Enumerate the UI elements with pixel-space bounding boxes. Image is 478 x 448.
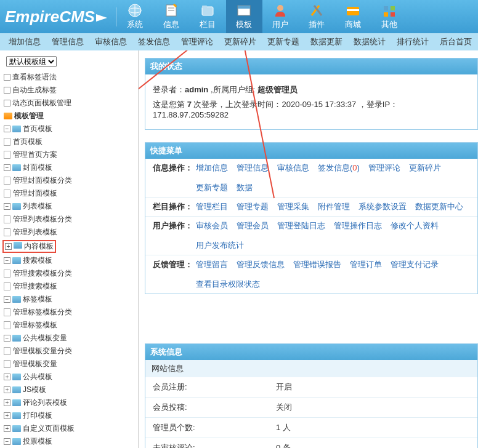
- quick-link[interactable]: 管理专题: [237, 201, 269, 212]
- subnav-link[interactable]: 增加信息: [9, 36, 41, 47]
- tree-item[interactable]: 管理封面模板: [13, 188, 57, 199]
- quick-link[interactable]: 更新专题: [196, 182, 228, 193]
- quick-link[interactable]: 查看目录权限状态: [196, 279, 260, 290]
- tree-item[interactable]: 管理封面模板分类: [13, 175, 72, 186]
- tree-item[interactable]: 管理列表模板分类: [13, 214, 72, 225]
- tree-item[interactable]: 动态页面模板管理: [12, 98, 71, 108]
- topnav-folder[interactable]: 栏目: [190, 0, 226, 33]
- quick-link[interactable]: 签发信息(0): [318, 162, 360, 174]
- tree-folder[interactable]: 投票模板: [23, 436, 52, 447]
- tree-root[interactable]: 模板管理: [14, 111, 44, 121]
- quick-link[interactable]: 用户发布统计: [196, 240, 244, 251]
- quick-link[interactable]: 管理栏目: [196, 201, 228, 212]
- tree-item[interactable]: 管理搜索模板分类: [13, 268, 72, 279]
- subnav-link[interactable]: 签发信息: [138, 36, 170, 47]
- topnav-apps[interactable]: 其他: [371, 0, 408, 33]
- quick-label: 信息操作：: [153, 162, 196, 174]
- sysinfo-row: 管理员个数:1 人: [145, 418, 477, 438]
- checkbox-icon[interactable]: [4, 87, 10, 94]
- quick-link[interactable]: 管理留言: [196, 259, 228, 270]
- topnav-doc[interactable]: 信息: [153, 0, 190, 33]
- quick-link[interactable]: 管理支付记录: [391, 259, 439, 270]
- subnav-link[interactable]: 更新碎片: [224, 36, 256, 47]
- quick-link[interactable]: 管理操作日志: [334, 220, 382, 231]
- quick-link[interactable]: 更新碎片: [409, 162, 441, 174]
- expand-icon[interactable]: −: [4, 438, 10, 445]
- expand-icon[interactable]: −: [4, 126, 10, 132]
- topnav-globe[interactable]: 系统: [117, 0, 153, 33]
- topnav-card[interactable]: 商城: [335, 0, 371, 33]
- sysinfo-val: 1 人: [276, 422, 291, 433]
- tree-folder[interactable]: 封面模板: [23, 162, 52, 173]
- subnav-link[interactable]: 排行统计: [397, 36, 429, 47]
- topnav-tools[interactable]: 插件: [299, 0, 335, 33]
- quick-link[interactable]: 系统参数设置: [358, 201, 407, 212]
- quick-link[interactable]: 数据: [237, 182, 253, 193]
- tree-item[interactable]: 管理标签模板分类: [13, 307, 72, 318]
- subnav-link[interactable]: 数据更新: [310, 36, 342, 47]
- quick-link[interactable]: 管理错误报告: [293, 259, 341, 270]
- quick-link[interactable]: 附件管理: [318, 201, 350, 212]
- quick-link[interactable]: 管理会员: [237, 220, 269, 231]
- quick-link[interactable]: 管理采集: [277, 201, 309, 212]
- quick-link[interactable]: 修改个人资料: [391, 220, 439, 231]
- quick-link[interactable]: 增加信息: [196, 162, 228, 174]
- quick-link[interactable]: 审核会员: [196, 220, 228, 231]
- quick-link[interactable]: 数据更新中心: [415, 201, 463, 212]
- checkbox-icon[interactable]: [4, 74, 10, 81]
- file-icon: [4, 177, 10, 185]
- folder-icon: [12, 164, 21, 171]
- expand-icon[interactable]: −: [4, 164, 10, 171]
- tree-item[interactable]: 管理搜索模板: [13, 281, 57, 292]
- tree-folder[interactable]: 搜索模板: [23, 255, 52, 266]
- tree-folder[interactable]: 自定义页面模板: [23, 423, 75, 434]
- subnav-link[interactable]: 管理评论: [181, 36, 213, 47]
- expand-icon[interactable]: +: [4, 412, 10, 419]
- expand-icon[interactable]: +: [4, 399, 10, 406]
- tree-item[interactable]: 首页模板: [13, 137, 43, 147]
- tree-folder[interactable]: JS模板: [23, 385, 46, 395]
- template-group-select[interactable]: 默认模板组: [6, 56, 57, 67]
- tree-folder[interactable]: 评论列表模板: [23, 398, 67, 408]
- tree-item[interactable]: 管理模板变量: [13, 359, 57, 369]
- subnav-link[interactable]: 管理信息: [52, 36, 84, 47]
- expand-icon[interactable]: −: [4, 203, 10, 210]
- subnav-link[interactable]: 数据统计: [354, 36, 386, 47]
- tree-item[interactable]: 管理列表模板: [13, 227, 57, 238]
- tree-item[interactable]: 管理首页方案: [13, 150, 57, 160]
- tree-item[interactable]: 管理标签模板: [13, 320, 57, 330]
- quick-link[interactable]: 管理信息: [237, 162, 269, 174]
- quick-link[interactable]: 管理订单: [350, 259, 382, 270]
- topnav-window[interactable]: 模板: [226, 0, 262, 33]
- expand-icon[interactable]: +: [4, 374, 10, 380]
- tree-folder[interactable]: 标签模板: [23, 294, 52, 305]
- folder-icon: [199, 3, 216, 18]
- subnav-link[interactable]: 更新专题: [267, 36, 299, 47]
- tree-folder[interactable]: 首页模板: [23, 124, 52, 134]
- quick-link[interactable]: 管理反馈信息: [237, 259, 285, 270]
- expand-icon[interactable]: −: [4, 296, 10, 303]
- tree-item[interactable]: 管理模板变量分类: [13, 346, 72, 356]
- tree-folder[interactable]: 列表模板: [23, 201, 52, 212]
- expand-icon[interactable]: +: [5, 243, 12, 250]
- quick-link[interactable]: 管理登陆日志: [277, 220, 325, 231]
- sysinfo-subtitle: 网站信息: [145, 360, 477, 377]
- checkbox-icon[interactable]: [4, 100, 10, 106]
- subnav-link[interactable]: 审核信息: [95, 36, 127, 47]
- expand-icon[interactable]: −: [4, 335, 10, 342]
- tree-folder[interactable]: 公共模板: [23, 372, 52, 382]
- folder-icon: [12, 335, 21, 342]
- tree-item[interactable]: 查看标签语法: [12, 72, 57, 82]
- tree-folder[interactable]: 公共模板变量: [23, 333, 67, 343]
- tree-folder[interactable]: 内容模板: [24, 242, 54, 250]
- expand-icon[interactable]: −: [4, 257, 10, 264]
- top-nav: 系统信息栏目模板用户插件商城其他: [117, 0, 408, 33]
- quick-link[interactable]: 审核信息: [277, 162, 309, 174]
- subnav-link[interactable]: 后台首页: [440, 36, 472, 47]
- expand-icon[interactable]: +: [4, 386, 10, 393]
- expand-icon[interactable]: +: [4, 425, 10, 432]
- topnav-user[interactable]: 用户: [262, 0, 299, 33]
- quick-link[interactable]: 管理评论: [368, 162, 400, 174]
- tree-folder[interactable]: 打印模板: [23, 410, 52, 421]
- tree-item[interactable]: 自动生成标签: [12, 85, 57, 95]
